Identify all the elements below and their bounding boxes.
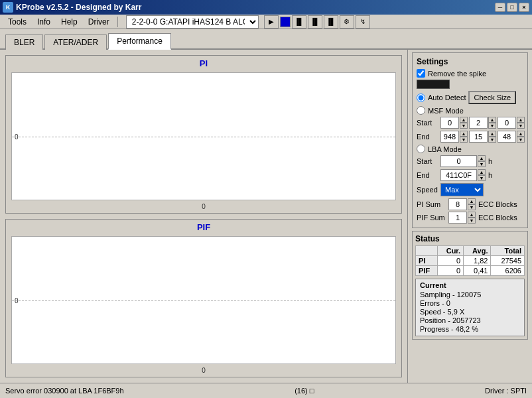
pif-chart-area: 0 [11,236,396,364]
lba-end-arrows: ▲ ▼ [478,169,486,181]
pi-sum-up[interactable]: ▲ [468,198,476,204]
tab-bler[interactable]: BLER [5,34,43,50]
msf-end-m-down[interactable]: ▼ [460,137,468,143]
msf-start-s-down[interactable]: ▼ [488,123,496,129]
msf-end-s-spin: ▲ ▼ [469,131,496,143]
status-pif-avg: 0,41 [464,266,491,276]
minimize-button[interactable]: ─ [495,3,505,12]
speed-row: Speed Max [417,183,523,196]
pif-zero-label: 0 [15,297,19,304]
pi-sum-down[interactable]: ▼ [468,204,476,210]
current-title: Current [420,281,520,289]
pi-sum-spin: ▲ ▼ [448,198,476,210]
device-select[interactable]: 2-2-0-0 G:ATAPI iHAS124 B ALOS [126,15,259,29]
lba-start-input[interactable] [440,155,477,167]
toolbar-btn-2[interactable]: ▐▌ [308,15,322,29]
stop-button[interactable] [280,17,291,27]
menu-tools[interactable]: Tools [3,16,32,28]
msf-mode-label: MSF Mode [428,107,464,115]
status-col-total: Total [491,246,525,256]
tab-ater-ader[interactable]: ATER/ADER [44,34,107,50]
auto-detect-radio[interactable] [417,94,425,102]
lba-end-label: End [417,171,438,179]
msf-end-s-input[interactable] [469,131,488,143]
msf-start-m-input[interactable] [440,117,459,129]
msf-start-m-down[interactable]: ▼ [460,123,468,129]
main-content: PI 0 0 PIF 0 0 Settings Remove the spik [0,50,532,383]
settings-group: Settings Remove the spike Auto Detect Ch… [412,52,528,228]
remove-spike-checkbox[interactable] [417,69,425,78]
msf-mode-radio[interactable] [417,106,425,115]
menu-help[interactable]: Help [56,16,83,28]
msf-start-s-input[interactable] [469,117,488,129]
lba-start-down[interactable]: ▼ [478,161,486,167]
menu-info[interactable]: Info [32,16,56,28]
msf-start-f-input[interactable] [498,117,516,129]
msf-end-s-up[interactable]: ▲ [488,131,496,137]
pi-sum-label: PI Sum [417,200,446,208]
check-size-button[interactable]: Check Size [468,91,516,104]
remove-spike-row: Remove the spike [417,69,523,78]
menu-separator [117,17,118,27]
close-button[interactable]: × [519,3,529,12]
msf-start-m-spin: ▲ ▼ [440,117,468,129]
menu-bar: Tools Info Help Driver 2-2-0-0 G:ATAPI i… [0,15,532,29]
remove-spike-label: Remove the spike [428,70,486,78]
status-pi-avg: 1,82 [464,256,491,266]
msf-end-m-input[interactable] [440,131,459,143]
msf-start-pair: ▲ ▼ ▲ ▼ ▲ [440,117,525,129]
msf-end-m-spin: ▲ ▼ [440,131,468,143]
msf-end-f-input[interactable] [498,131,516,143]
pi-sum-row: PI Sum ▲ ▼ ECC Blocks [417,198,523,210]
toolbar-btn-5[interactable]: ↯ [356,15,370,29]
current-sampling: Sampling - 120075 [420,291,520,298]
lba-mode-radio[interactable] [417,145,425,153]
msf-end-m-up[interactable]: ▲ [460,131,468,137]
lba-end-input[interactable] [440,169,477,181]
menu-driver[interactable]: Driver [83,16,115,28]
app-icon: K [3,2,13,13]
tab-performance[interactable]: Performance [108,33,171,50]
pi-chart-area: 0 [11,72,396,200]
pif-sum-down[interactable]: ▼ [468,218,476,224]
msf-start-m-arrows: ▲ ▼ [460,117,468,129]
pif-zero-line [12,300,395,301]
lba-start-spin: ▲ ▼ [440,155,486,167]
title-bar-left: K KProbe v2.5.2 - Designed by Karr [3,2,141,13]
status-pif-cur: 0 [438,266,464,276]
msf-start-f-down[interactable]: ▼ [517,123,525,129]
pif-sum-up[interactable]: ▲ [468,212,476,218]
msf-start-s-spin: ▲ ▼ [469,117,496,129]
toolbar-btn-1[interactable]: ▐▌ [292,15,306,29]
status-bar: Servo error 030900 at LBA 1F6BF9h (16) □… [0,383,532,397]
msf-start-m-up[interactable]: ▲ [460,117,468,123]
msf-start-s-up[interactable]: ▲ [488,117,496,123]
lba-end-up[interactable]: ▲ [478,169,486,175]
maximize-button[interactable]: □ [507,3,517,12]
pi-zero-label: 0 [15,133,19,140]
toolbar-btn-3[interactable]: ▐▌ [324,15,338,29]
speed-select[interactable]: Max [440,183,484,196]
pi-sum-input[interactable] [448,198,467,210]
pif-x-label: 0 [6,367,401,377]
statusbar-right: Driver : SPTI [485,387,527,395]
msf-end-s-down[interactable]: ▼ [488,137,496,143]
msf-start-f-up[interactable]: ▲ [517,117,525,123]
status-col-avg: Avg. [464,246,491,256]
lba-h-label1: h [488,157,492,165]
pif-chart-container: PIF 0 0 [5,219,402,377]
lba-end-spin: ▲ ▼ [440,169,486,181]
msf-end-f-up[interactable]: ▲ [517,131,525,137]
speed-label: Speed [417,186,438,194]
status-col-empty [416,246,438,256]
lba-end-down[interactable]: ▼ [478,175,486,181]
toolbar-btn-4[interactable]: ⚙ [340,15,354,29]
pif-sum-input[interactable] [448,212,467,224]
msf-start-f-spin: ▲ ▼ [498,117,525,129]
msf-mode-row: MSF Mode [417,106,523,115]
pif-sum-arrows: ▲ ▼ [468,212,476,224]
msf-end-f-down[interactable]: ▼ [517,137,525,143]
status-panel: Status Cur. Avg. Total PI 0 1,82 275 [412,231,528,340]
play-button[interactable]: ▶ [264,15,279,29]
lba-start-up[interactable]: ▲ [478,155,486,161]
